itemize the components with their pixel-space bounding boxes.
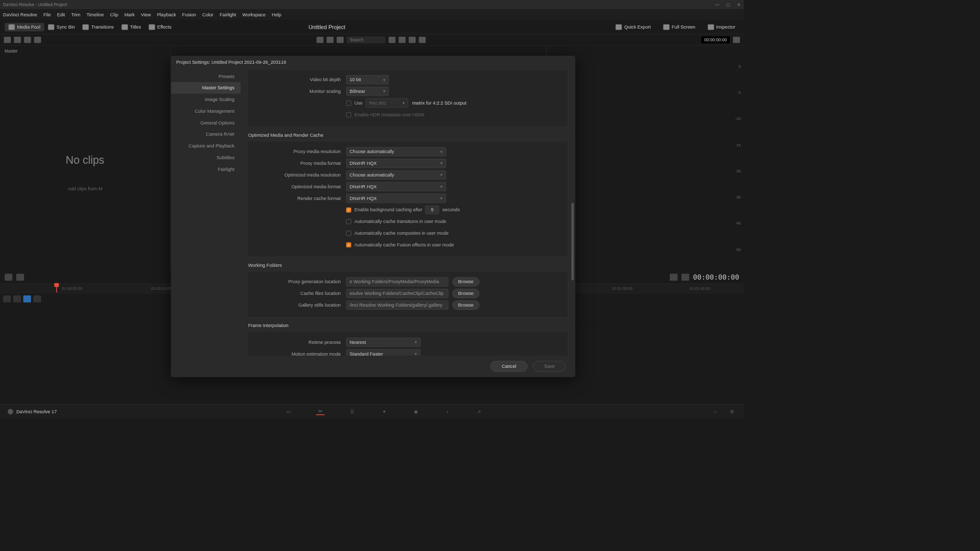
sidebar-item-image-scaling[interactable]: Image Scaling: [171, 94, 241, 106]
browse-proxy-button[interactable]: Browse: [453, 277, 480, 286]
menu-help[interactable]: Help: [272, 12, 281, 18]
sidebar-item-capture-playback[interactable]: Capture and Playback: [171, 140, 241, 152]
auto-comp-checkbox[interactable]: [347, 231, 352, 236]
view-opt-3-icon[interactable]: [419, 37, 426, 43]
proxy-loc-label: Proxy generation location: [253, 279, 346, 285]
auto-trans-checkbox[interactable]: [347, 219, 352, 224]
sidebar-item-general-options[interactable]: General Options: [171, 117, 241, 129]
sidebar-item-fairlight[interactable]: Fairlight: [171, 163, 241, 175]
transitions-button[interactable]: Transitions: [79, 22, 117, 31]
bin-header[interactable]: Master: [5, 49, 165, 54]
bg-cache-seconds-input[interactable]: [426, 206, 439, 214]
menu-fusion[interactable]: Fusion: [182, 12, 196, 18]
minimize-icon[interactable]: —: [715, 2, 719, 7]
sidebar-item-color-management[interactable]: Color Management: [171, 105, 241, 117]
menu-edit[interactable]: Edit: [57, 12, 65, 18]
proxy-res-dropdown[interactable]: Choose automatically▾: [347, 147, 447, 156]
gear-icon[interactable]: ⚙: [727, 408, 736, 415]
thumb-view-icon[interactable]: [316, 37, 324, 43]
media-pool-button[interactable]: Media Pool: [5, 22, 44, 31]
gallery-loc-input[interactable]: [347, 300, 449, 310]
menu-file[interactable]: File: [43, 12, 51, 18]
proxy-loc-input[interactable]: [347, 277, 449, 286]
menu-davinci[interactable]: DaVinci Resolve: [3, 12, 37, 18]
matrix-dropdown[interactable]: Rec.601▾: [366, 98, 408, 108]
proxy-fmt-dropdown[interactable]: DNxHR HQX▾: [347, 159, 447, 168]
opt-res-dropdown[interactable]: Choose automatically▾: [347, 170, 447, 180]
sidebar-item-subtitles[interactable]: Subtitles: [171, 152, 241, 164]
cancel-button[interactable]: Cancel: [491, 361, 527, 371]
quick-export-button[interactable]: Quick Export: [612, 22, 655, 31]
menu-playback[interactable]: Playback: [157, 12, 176, 18]
hdr-checkbox[interactable]: [347, 112, 352, 117]
timeline-timecode: 00:00:00:00: [693, 273, 739, 281]
menu-clip[interactable]: Clip: [110, 12, 118, 18]
opt-fmt-dropdown[interactable]: DNxHR HQX▾: [347, 182, 447, 191]
menu-color[interactable]: Color: [202, 12, 213, 18]
video-bit-depth-label: Video bit depth: [253, 77, 346, 83]
page-cut-icon[interactable]: ✂: [316, 408, 325, 415]
menu-fairlight[interactable]: Fairlight: [219, 12, 236, 18]
timecode-display: 00:00:00:00: [701, 36, 730, 43]
sidebar-item-camera-raw[interactable]: Camera RAW: [171, 129, 241, 140]
page-fusion-icon[interactable]: ✦: [380, 408, 388, 415]
inspector-button[interactable]: Inspector: [704, 22, 739, 31]
browse-gallery-button[interactable]: Browse: [453, 300, 480, 310]
view-opt-1-icon[interactable]: [399, 37, 406, 43]
sidebar-item-master-settings[interactable]: Master Settings: [171, 82, 241, 94]
page-deliver-icon[interactable]: ➚: [475, 408, 484, 415]
view-icon-1[interactable]: [4, 37, 11, 43]
motion-dropdown[interactable]: Standard Faster▾: [347, 349, 421, 356]
view-opt-2-icon[interactable]: [409, 37, 416, 43]
bg-cache-checkbox[interactable]: ✓: [347, 207, 352, 212]
video-bit-depth-dropdown[interactable]: 10 bit▾: [347, 75, 389, 84]
maximize-icon[interactable]: ▢: [726, 2, 730, 7]
full-screen-button[interactable]: Full Screen: [659, 22, 699, 31]
auto-fusion-checkbox[interactable]: ✓: [347, 242, 352, 247]
menu-workspace[interactable]: Workspace: [242, 12, 265, 18]
sidebar-item-presets[interactable]: Presets: [171, 70, 241, 82]
meter-tick: -20: [735, 169, 741, 173]
dropdown-value: Choose automatically: [350, 172, 394, 178]
close-icon[interactable]: ✕: [737, 2, 741, 7]
menu-view[interactable]: View: [141, 12, 151, 18]
track-tool-4[interactable]: [33, 295, 41, 303]
menu-mark[interactable]: Mark: [125, 12, 135, 18]
menubar: DaVinci Resolve File Edit Trim Timeline …: [0, 9, 744, 20]
play-next-icon[interactable]: [681, 273, 689, 281]
page-edit-icon[interactable]: ☰: [348, 408, 357, 415]
view-icon-2[interactable]: [14, 37, 21, 43]
track-tool-2[interactable]: [13, 295, 21, 303]
sync-bin-button[interactable]: Sync Bin: [44, 22, 79, 31]
page-fairlight-icon[interactable]: ♪: [443, 408, 452, 415]
home-icon[interactable]: ⌂: [712, 408, 720, 415]
refresh-icon[interactable]: [34, 37, 41, 43]
browse-cache-button[interactable]: Browse: [453, 289, 480, 298]
titles-button[interactable]: Titles: [117, 22, 144, 31]
razor-icon[interactable]: [16, 273, 24, 281]
effects-button[interactable]: Effects: [145, 22, 176, 31]
grid-view-icon[interactable]: [327, 37, 334, 43]
chevron-down-icon: ▾: [383, 89, 385, 93]
view-icon-3[interactable]: [24, 37, 31, 43]
track-tool-1[interactable]: [3, 295, 11, 303]
monitor-scaling-dropdown[interactable]: Bilinear▾: [347, 87, 389, 96]
retime-dropdown[interactable]: Nearest▾: [347, 338, 421, 347]
sort-icon[interactable]: [388, 37, 396, 43]
search-input[interactable]: [347, 36, 385, 43]
menu-timeline[interactable]: Timeline: [87, 12, 104, 18]
audio-icon[interactable]: [733, 37, 740, 43]
play-prev-icon[interactable]: [670, 273, 677, 281]
page-color-icon[interactable]: ◉: [411, 408, 420, 415]
save-button[interactable]: Save: [533, 361, 566, 371]
transitions-label: Transitions: [91, 24, 114, 30]
page-media-icon[interactable]: ▭: [284, 408, 293, 415]
menu-trim[interactable]: Trim: [71, 12, 81, 18]
render-fmt-dropdown[interactable]: DNxHR HQX▾: [347, 194, 447, 203]
cache-loc-input[interactable]: [347, 289, 449, 298]
list-view-icon[interactable]: [337, 37, 344, 43]
use-matrix-checkbox[interactable]: [347, 101, 352, 106]
scrollbar[interactable]: [572, 203, 574, 281]
track-tool-3[interactable]: [23, 295, 31, 303]
tool-icon-1[interactable]: [5, 273, 12, 281]
